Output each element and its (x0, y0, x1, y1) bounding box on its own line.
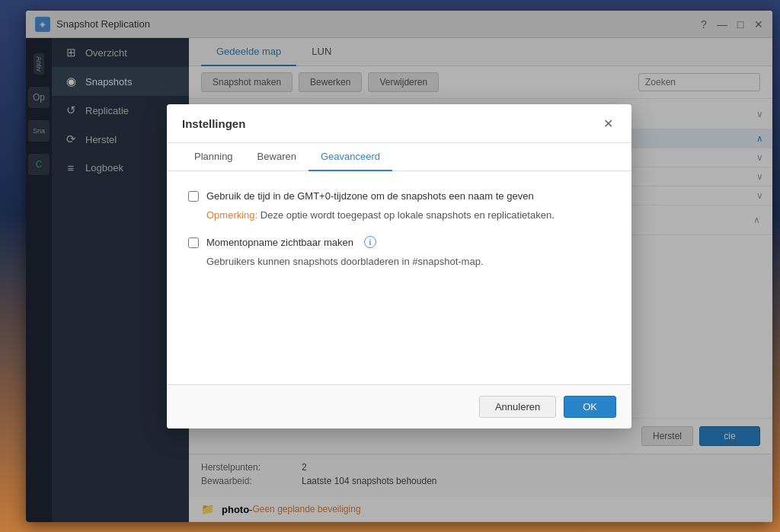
note-text: Deze optie wordt toegepast op lokale sna… (261, 209, 555, 221)
note-keyword: Opmerking: (206, 209, 257, 221)
app-window: ◈ Snapshot Replication ? — □ ✕ Antiv Op … (26, 11, 772, 522)
checkbox-row-1: Gebruik de tijd in de GMT+0-tijdzone om … (188, 190, 610, 203)
checkbox-row-2: Momentopname zichtbaar maken i (188, 236, 610, 250)
modal-footer: Annuleren OK (167, 384, 631, 428)
ok-button[interactable]: OK (564, 396, 616, 418)
modal-overlay: Instellingen ✕ Planning Bewaren Geavance… (26, 11, 772, 522)
modal-body: Gebruik de tijd in de GMT+0-tijdzone om … (167, 171, 631, 384)
gmt-timezone-checkbox[interactable] (188, 191, 199, 202)
modal-tab-bar: Planning Bewaren Geavanceerd (167, 143, 631, 171)
info-icon[interactable]: i (364, 236, 376, 248)
note-line: Opmerking: Deze optie wordt toegepast op… (206, 209, 610, 221)
modal-tab-bewaren[interactable]: Bewaren (245, 143, 308, 171)
modal-header: Instellingen ✕ (167, 104, 631, 143)
modal-close-button[interactable]: ✕ (599, 115, 616, 132)
momentopname-checkbox[interactable] (188, 237, 199, 248)
gmt-timezone-label: Gebruik de tijd in de GMT+0-tijdzone om … (206, 190, 534, 203)
momentopname-label: Momentopname zichtbaar maken (206, 236, 353, 250)
description-text: Gebruikers kunnen snapshots doorbladeren… (206, 256, 610, 267)
modal-tab-planning[interactable]: Planning (182, 143, 245, 171)
modal-tab-geavanceerd[interactable]: Geavanceerd (308, 143, 392, 171)
settings-modal: Instellingen ✕ Planning Bewaren Geavance… (167, 104, 631, 428)
cancel-button[interactable]: Annuleren (479, 396, 556, 418)
modal-title: Instellingen (182, 117, 245, 130)
